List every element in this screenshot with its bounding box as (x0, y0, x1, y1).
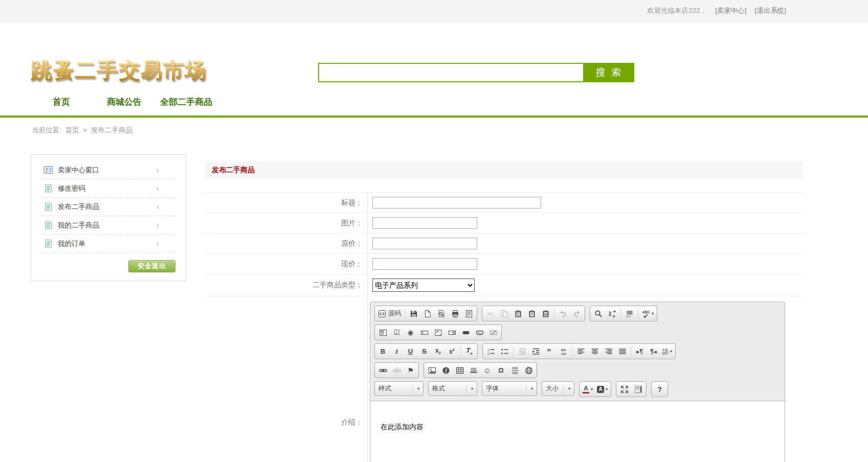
smiley-button[interactable]: ☺ (480, 363, 494, 377)
iframe-button[interactable] (522, 363, 536, 377)
page-break-button[interactable] (508, 363, 522, 377)
source-button[interactable]: 源码 (376, 307, 403, 320)
print-button[interactable] (448, 307, 462, 320)
strike-button[interactable]: S (417, 344, 431, 358)
new-page-button[interactable] (420, 307, 434, 320)
select-all-button[interactable] (622, 307, 636, 320)
sidebar-item[interactable]: 我的二手商品› (40, 216, 176, 235)
sidebar-item[interactable]: 发布二手商品› (40, 198, 176, 216)
select-field-icon (448, 329, 456, 337)
button-button[interactable] (459, 326, 473, 339)
image-button[interactable] (425, 363, 439, 377)
horizontal-rule-button[interactable] (466, 363, 480, 377)
bulleted-list-button[interactable] (498, 344, 511, 358)
language-button[interactable]: 話▾ (660, 344, 674, 358)
templates-button[interactable] (462, 307, 476, 320)
styles-combo[interactable]: 样式▾ (374, 381, 424, 396)
search-input[interactable] (318, 63, 584, 82)
italic-button[interactable]: I (390, 344, 404, 358)
nav-item-3[interactable]: 全部二手商品 (160, 96, 212, 108)
title-input[interactable] (372, 197, 541, 209)
find-button[interactable] (591, 307, 605, 320)
about-button[interactable]: ? (653, 382, 666, 396)
superscript-button[interactable]: x2 (445, 344, 459, 358)
hidden-field-button[interactable] (486, 326, 500, 339)
special-char-icon: Ω (498, 367, 503, 374)
remove-format-button[interactable]: Tx (462, 344, 476, 358)
flash-button[interactable]: f (439, 363, 453, 377)
current-price-input[interactable] (372, 258, 477, 270)
bold-button[interactable]: B (376, 344, 390, 358)
svg-text:T: T (530, 312, 533, 316)
anchor-button[interactable]: ⚑ (404, 363, 417, 377)
category-select-cell: 电子产品系列 (367, 274, 803, 296)
toolbar-group: 源码 (374, 306, 477, 321)
subscript-button[interactable]: x2 (431, 344, 445, 358)
redo-button[interactable] (570, 307, 584, 320)
original-price-input[interactable] (372, 238, 477, 249)
remove-format-icon: Tx (466, 347, 472, 356)
image-input[interactable] (372, 217, 477, 229)
justify-right-button[interactable] (602, 344, 615, 358)
image-button-button[interactable] (473, 326, 486, 339)
undo-button[interactable] (556, 307, 570, 320)
text-field-button[interactable] (417, 326, 431, 339)
copy-button[interactable] (497, 307, 511, 320)
text-color-button[interactable]: A▾ (581, 382, 595, 396)
site-logo[interactable]: 跳蚤二手交易市场 (31, 60, 207, 81)
indent-button[interactable] (529, 344, 543, 358)
blockquote-button[interactable]: ” (543, 344, 557, 358)
outdent-button[interactable] (515, 344, 529, 358)
special-char-button[interactable]: Ω (494, 363, 508, 377)
textarea-icon (434, 329, 442, 337)
seller-center-link[interactable]: [卖家中心] (715, 7, 747, 14)
paste-word-button[interactable]: W (539, 307, 552, 320)
bg-color-button[interactable]: A▾ (595, 382, 610, 396)
textarea-button[interactable] (431, 326, 445, 339)
paste-text-button[interactable]: T (525, 307, 539, 320)
unlink-button[interactable] (390, 363, 404, 377)
link-button[interactable] (376, 363, 390, 377)
caret-down-icon: ▾ (568, 386, 570, 391)
radio-button[interactable]: ◉ (404, 326, 417, 339)
select-field-button[interactable] (445, 326, 459, 339)
justify-left-button[interactable] (574, 344, 588, 358)
combo-divider (563, 385, 564, 393)
bidi-ltr-button[interactable]: ▸¶ (633, 344, 647, 358)
justify-block-button[interactable] (615, 344, 629, 358)
table-button[interactable] (453, 363, 466, 377)
spell-check-button[interactable]: ABC▾ (640, 307, 656, 320)
sidebar-item[interactable]: 我的订单› (40, 235, 176, 253)
form-button[interactable] (376, 326, 390, 339)
maximize-button[interactable] (617, 382, 631, 396)
bidi-rtl-button[interactable]: ¶◂ (647, 344, 660, 358)
paste-button[interactable] (511, 307, 525, 320)
nav-item-2[interactable]: 商城公告 (107, 96, 142, 108)
sidebar-item[interactable]: 卖家中心窗口› (40, 161, 176, 179)
justify-center-button[interactable] (588, 344, 602, 358)
size-combo[interactable]: 大小▾ (542, 381, 574, 396)
show-blocks-button[interactable] (631, 382, 645, 396)
redo-icon (573, 310, 581, 318)
div-container-button[interactable]: DIV</> (557, 344, 570, 358)
font-combo[interactable]: 字体▾ (482, 381, 537, 396)
editor-content[interactable]: 在此添加内容 (370, 401, 785, 462)
category-select[interactable]: 电子产品系列 (372, 279, 475, 292)
safe-logout-button[interactable]: 安全退出 (128, 260, 175, 272)
replace-button[interactable]: ba (605, 307, 619, 320)
save-button[interactable] (407, 307, 420, 320)
logout-link[interactable]: [退出系统] (754, 7, 786, 14)
format-combo[interactable]: 格式▾ (428, 381, 477, 396)
checkbox-button[interactable]: ☑ (390, 326, 404, 339)
cut-button[interactable]: ✂ (483, 307, 497, 320)
nav-item-1[interactable]: 首页 (53, 96, 70, 108)
underline-button[interactable]: U (404, 344, 417, 358)
source-button-label: 源码 (388, 309, 401, 318)
numbered-list-button[interactable]: 12 (484, 344, 498, 358)
breadcrumb-home[interactable]: 首页 (65, 126, 79, 134)
toolbar-divider (554, 308, 554, 319)
preview-button[interactable] (434, 307, 448, 320)
search-button[interactable]: 搜 索 (584, 63, 634, 82)
text-field-icon (420, 329, 429, 337)
sidebar-item[interactable]: 修改密码› (40, 179, 176, 198)
